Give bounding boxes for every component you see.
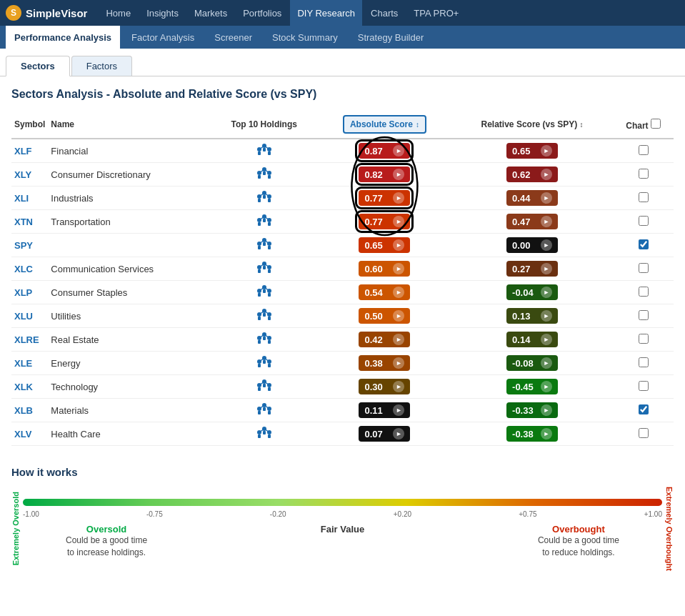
holdings-icon[interactable] (256, 264, 272, 276)
holdings-cell[interactable] (211, 163, 318, 187)
logo[interactable]: S SimpleVisor (6, 5, 87, 21)
right-vertical-label: Extremely Overbought (665, 487, 674, 571)
abs-score-circle[interactable]: ► (393, 169, 404, 180)
holdings-cell[interactable] (211, 422, 318, 446)
symbol-cell: XLK (11, 375, 48, 399)
chart-select-all[interactable] (651, 119, 661, 129)
subnav-stock-summary[interactable]: Stock Summary (264, 26, 346, 49)
abs-score-cell: 0.30 ► (318, 375, 451, 399)
abs-score-circle[interactable]: ► (393, 404, 404, 416)
holdings-icon[interactable] (256, 429, 272, 441)
main-content: Sectors Analysis - Absolute and Relative… (0, 76, 685, 580)
holdings-icon[interactable] (256, 405, 272, 417)
holdings-cell[interactable] (211, 257, 318, 281)
holdings-icon[interactable] (256, 358, 272, 370)
holdings-cell[interactable] (211, 187, 318, 210)
chart-checkbox[interactable] (639, 239, 649, 249)
abs-score-cell: 0.65 ► (318, 234, 451, 257)
rel-score-circle[interactable]: ► (541, 216, 552, 227)
abs-score-circle[interactable]: ► (393, 216, 404, 227)
chart-checkbox[interactable] (639, 216, 649, 226)
holdings-icon[interactable] (256, 240, 272, 252)
abs-score-circle[interactable]: ► (393, 357, 404, 369)
svg-rect-29 (258, 222, 261, 226)
subnav-strategy-builder[interactable]: Strategy Builder (349, 26, 433, 49)
rel-score-cell: 0.13 ► (451, 304, 613, 328)
chart-checkbox[interactable] (639, 404, 649, 414)
chart-checkbox[interactable] (639, 310, 649, 320)
chart-cell (613, 234, 674, 257)
overbought-description: Overbought Could be a good timeto reduce… (538, 524, 619, 559)
abs-score-circle[interactable]: ► (393, 145, 404, 157)
chart-checkbox[interactable] (639, 145, 649, 155)
chart-checkbox[interactable] (639, 334, 649, 344)
nav-markets[interactable]: Markets (187, 0, 234, 26)
chart-checkbox[interactable] (639, 381, 649, 391)
rel-score-badge: 0.13 ► (506, 308, 558, 324)
nav-diy-research[interactable]: DIY Research (290, 0, 362, 26)
rel-score-circle[interactable]: ► (541, 145, 552, 157)
rel-score-badge: -0.08 ► (506, 355, 558, 371)
holdings-cell[interactable] (211, 304, 318, 328)
col-chart: Chart (613, 111, 674, 139)
nav-portfolios[interactable]: Portfolios (236, 0, 289, 26)
subnav-performance-analysis[interactable]: Performance Analysis (6, 26, 120, 49)
rel-score-circle[interactable]: ► (541, 192, 552, 204)
rel-score-circle[interactable]: ► (541, 310, 552, 322)
holdings-icon[interactable] (256, 311, 272, 323)
holdings-cell[interactable] (211, 399, 318, 422)
holdings-cell[interactable] (211, 210, 318, 234)
chart-checkbox[interactable] (639, 428, 649, 438)
holdings-icon[interactable] (256, 334, 272, 347)
section-title: Sectors Analysis - Absolute and Relative… (11, 88, 674, 101)
nav-charts[interactable]: Charts (364, 0, 405, 26)
nav-insights[interactable]: Insights (139, 0, 186, 26)
rel-score-circle[interactable]: ► (541, 263, 552, 274)
chart-checkbox[interactable] (639, 357, 649, 367)
holdings-cell[interactable] (211, 352, 318, 375)
abs-score-circle[interactable]: ► (393, 310, 404, 322)
abs-score-cell: 0.77 ► (318, 210, 451, 234)
chart-checkbox[interactable] (639, 263, 649, 273)
tab-factors[interactable]: Factors (71, 56, 132, 76)
rel-score-circle[interactable]: ► (541, 334, 552, 345)
rel-score-circle[interactable]: ► (541, 428, 552, 439)
abs-score-circle[interactable]: ► (393, 381, 404, 392)
rel-score-circle[interactable]: ► (541, 287, 552, 298)
tab-sectors[interactable]: Sectors (6, 56, 70, 76)
abs-score-circle[interactable]: ► (393, 334, 404, 345)
chart-checkbox[interactable] (639, 192, 649, 202)
subnav-screener[interactable]: Screener (206, 26, 261, 49)
holdings-cell[interactable] (211, 281, 318, 304)
abs-score-circle[interactable]: ► (393, 192, 404, 204)
rel-score-circle[interactable]: ► (541, 239, 552, 251)
holdings-icon[interactable] (256, 146, 272, 158)
chart-cell (613, 328, 674, 352)
holdings-cell[interactable] (211, 328, 318, 352)
subnav-factor-analysis[interactable]: Factor Analysis (123, 26, 203, 49)
rel-score-circle[interactable]: ► (541, 169, 552, 180)
nav-tpa-pro[interactable]: TPA PRO+ (406, 0, 466, 26)
chart-checkbox[interactable] (639, 169, 649, 179)
holdings-icon[interactable] (256, 287, 272, 299)
rel-score-circle[interactable]: ► (541, 381, 552, 392)
rel-score-circle[interactable]: ► (541, 404, 552, 416)
abs-score-circle[interactable]: ► (393, 428, 404, 439)
holdings-icon[interactable] (256, 217, 272, 229)
holdings-cell[interactable] (211, 234, 318, 257)
holdings-icon[interactable] (256, 193, 272, 205)
holdings-icon[interactable] (256, 169, 272, 182)
abs-score-circle[interactable]: ► (393, 263, 404, 274)
nav-home[interactable]: Home (99, 0, 138, 26)
rel-score-cell: 0.27 ► (451, 257, 613, 281)
fair-value-label: Fair Value (321, 524, 364, 535)
holdings-icon[interactable] (256, 382, 272, 394)
abs-score-circle[interactable]: ► (393, 239, 404, 251)
rel-score-circle[interactable]: ► (541, 357, 552, 369)
holdings-cell[interactable] (211, 139, 318, 163)
chart-checkbox[interactable] (639, 287, 649, 297)
holdings-cell[interactable] (211, 375, 318, 399)
absolute-score-header[interactable]: Absolute Score ↕ (343, 115, 426, 134)
rel-score-value: 0.65 (512, 146, 530, 157)
abs-score-circle[interactable]: ► (393, 287, 404, 298)
